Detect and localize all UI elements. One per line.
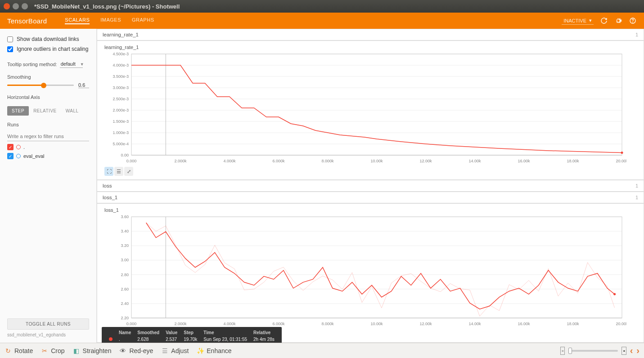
svg-text:2.40: 2.40 (121, 301, 129, 306)
svg-text:2.500e-3: 2.500e-3 (113, 97, 129, 101)
gear-icon[interactable] (614, 17, 622, 25)
rotate-button[interactable]: ↻Rotate (5, 347, 33, 354)
axis-relative-button[interactable]: RELATIVE (29, 106, 61, 116)
svg-text:6.000k: 6.000k (272, 322, 285, 326)
tooltip-header: Step (181, 330, 200, 336)
show-download-checkbox[interactable]: Show data download links (7, 36, 89, 42)
svg-text:5.000e-4: 5.000e-4 (113, 142, 129, 146)
tooltip-sort-select[interactable]: default (60, 60, 83, 68)
help-icon[interactable] (629, 17, 637, 25)
svg-text:0.00: 0.00 (121, 153, 129, 157)
run-checkbox-icon[interactable]: ✓ (7, 144, 14, 150)
svg-text:0.000: 0.000 (126, 322, 137, 326)
panel-header-loss1[interactable]: loss_1 1 (97, 192, 644, 203)
svg-text:3.20: 3.20 (121, 243, 129, 248)
list-icon[interactable]: ☰ (114, 167, 123, 176)
chart-title: learning_rate_1 (104, 45, 636, 50)
run-checkbox-icon[interactable]: ✓ (7, 153, 14, 159)
panel-header-loss[interactable]: loss 1 (97, 180, 644, 192)
svg-text:18.00k: 18.00k (567, 159, 579, 163)
smoothing-slider[interactable] (7, 85, 74, 86)
straighten-button[interactable]: ◧Straighten (73, 347, 112, 354)
maximize-icon[interactable] (22, 3, 28, 9)
chart-title: loss_1 (104, 207, 636, 213)
expand-icon[interactable]: ⛶ (104, 167, 113, 176)
status-label: INACTIVE (563, 18, 586, 23)
shotwell-toolbar: ↻Rotate ✂Crop ◧Straighten 👁Red-eye ☰Adju… (0, 343, 644, 358)
panel-title: loss_1 (103, 195, 117, 200)
zoom-slider[interactable] (568, 350, 618, 352)
adjust-icon: ☰ (161, 347, 168, 354)
tooltip-step: 19.70k (181, 336, 200, 342)
svg-text:20.00k: 20.00k (616, 159, 626, 163)
app-content: TensorBoard SCALARS IMAGES GRAPHS INACTI… (0, 13, 644, 343)
adjust-button[interactable]: ☰Adjust (161, 347, 189, 354)
tooltip-sort-value: default (61, 61, 76, 67)
svg-text:12.00k: 12.00k (419, 159, 432, 163)
tab-images[interactable]: IMAGES (100, 17, 121, 24)
crop-button[interactable]: ✂Crop (41, 347, 64, 354)
checkbox-icon[interactable] (7, 46, 13, 52)
prev-arrow-icon[interactable]: ‹ (630, 345, 633, 356)
panel-count: 1 (635, 195, 638, 200)
runs-filter-input[interactable] (7, 132, 89, 141)
axis-step-button[interactable]: STEP (7, 106, 29, 116)
svg-text:18.00k: 18.00k (567, 322, 579, 326)
svg-text:8.000k: 8.000k (321, 322, 334, 326)
tensorboard-header: TensorBoard SCALARS IMAGES GRAPHS INACTI… (0, 13, 644, 29)
svg-text:10.00k: 10.00k (370, 159, 383, 163)
next-arrow-icon[interactable]: › (636, 345, 639, 356)
tooltip-smoothed: 2.628 (135, 336, 162, 342)
zoom-in-icon[interactable]: ▪ (621, 347, 626, 355)
tab-graphs[interactable]: GRAPHS (132, 17, 154, 24)
fit-icon[interactable]: ⤢ (124, 167, 133, 176)
tooltip-header: Value (163, 330, 180, 336)
chart-learning-rate: learning_rate_1 0.005.000e-41.000e-31.50… (97, 40, 644, 180)
svg-point-65 (613, 293, 616, 295)
tab-scalars[interactable]: SCALARS (65, 17, 90, 24)
toggle-all-runs-button[interactable]: TOGGLE ALL RUNS (7, 318, 89, 330)
close-icon[interactable] (4, 3, 10, 9)
tooltip-header: Name (116, 330, 134, 336)
straighten-icon: ◧ (73, 347, 80, 354)
run-color-dot-icon (16, 145, 21, 149)
enhance-button[interactable]: ✨Enhance (197, 347, 231, 354)
chevron-down-icon: ▾ (589, 18, 592, 23)
svg-text:3.60: 3.60 (121, 215, 129, 219)
enhance-icon: ✨ (197, 347, 204, 354)
svg-text:1.500e-3: 1.500e-3 (113, 119, 129, 124)
chart-svg[interactable]: 2.202.402.602.803.003.203.403.600.0002.0… (104, 215, 626, 327)
svg-text:0.000: 0.000 (126, 159, 137, 163)
window-title: *SSD_MobileNet_v1_loss.png (~/Pictures) … (34, 3, 180, 10)
panel-header-learning-rate[interactable]: learning_rate_1 1 (97, 29, 644, 40)
redeye-button[interactable]: 👁Red-eye (119, 347, 153, 354)
panel-title: learning_rate_1 (103, 32, 139, 37)
tooltip-value: 2.537 (163, 336, 180, 342)
chart-svg[interactable]: 0.005.000e-41.000e-31.500e-32.000e-32.50… (104, 52, 626, 164)
status-dropdown[interactable]: INACTIVE ▾ (562, 17, 594, 25)
main-content[interactable]: learning_rate_1 1 learning_rate_1 0.005.… (97, 29, 644, 343)
tensorboard-logo: TensorBoard (7, 17, 47, 25)
svg-text:2.000k: 2.000k (174, 159, 187, 163)
svg-rect-33 (131, 54, 622, 155)
svg-text:4.000k: 4.000k (223, 159, 236, 163)
zoom-out-icon[interactable]: ▫ (560, 347, 565, 355)
checkbox-icon[interactable] (7, 36, 13, 42)
run-name: . (23, 144, 25, 150)
smoothing-value[interactable]: 0.6 (78, 82, 89, 88)
tooltip-header: Relative (251, 330, 277, 336)
tooltip-header: Smoothed (135, 330, 162, 336)
svg-text:3.000e-3: 3.000e-3 (113, 85, 129, 90)
crop-icon: ✂ (41, 347, 48, 354)
run-item[interactable]: ✓ . (7, 144, 89, 150)
smoothing-label: Smoothing (7, 74, 89, 80)
run-item[interactable]: ✓ eval_eval (7, 153, 89, 159)
svg-text:20.00k: 20.00k (616, 322, 626, 326)
minimize-icon[interactable] (13, 3, 19, 9)
axis-wall-button[interactable]: WALL (61, 106, 83, 116)
refresh-icon[interactable] (600, 17, 608, 25)
axis-label: Horizontal Axis (7, 94, 89, 100)
svg-text:3.00: 3.00 (121, 258, 129, 262)
run-color-dot-icon (16, 154, 21, 158)
ignore-outliers-checkbox[interactable]: Ignore outliers in chart scaling (7, 46, 89, 52)
